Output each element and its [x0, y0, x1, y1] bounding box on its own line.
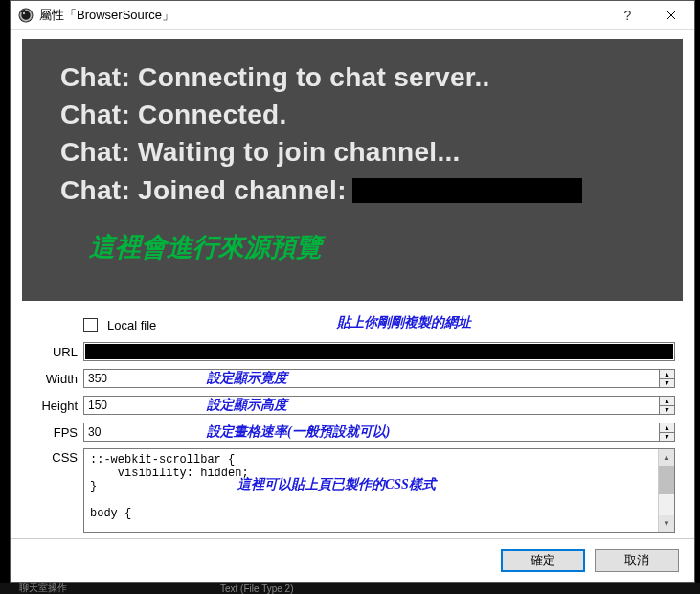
css-scrollbar[interactable]: ▲ ▼ — [658, 449, 674, 532]
fps-label: FPS — [30, 425, 78, 440]
css-row: CSS ::-webkit-scrollbar { visibility: hi… — [30, 448, 675, 533]
fps-row: FPS ▲ ▼ 設定畫格速率(一般預設就可以) — [30, 422, 675, 443]
css-textarea[interactable]: ::-webkit-scrollbar { visibility: hidden… — [83, 448, 675, 533]
height-step-down[interactable]: ▼ — [659, 405, 675, 416]
css-label: CSS — [30, 448, 78, 465]
preview-chat-line: Chat: Connected. — [60, 96, 654, 133]
source-preview-area: Chat: Connecting to chat server.. Chat: … — [22, 39, 683, 301]
dialog-title: 屬性「BrowserSource」 — [39, 7, 174, 24]
url-row: URL — [30, 341, 675, 362]
scroll-down-icon[interactable]: ▼ — [659, 515, 674, 532]
height-row: Height ▲ ▼ 設定顯示高度 — [30, 395, 675, 416]
width-step-down[interactable]: ▼ — [659, 378, 675, 389]
width-input[interactable] — [83, 369, 659, 388]
parent-window-statusbar: 聊天室操作 Text (File Type 2) — [0, 583, 700, 594]
behind-item: Text (File Type 2) — [220, 583, 294, 594]
properties-dialog: 屬性「BrowserSource」 ? Chat: Connecting to … — [10, 0, 695, 583]
titlebar: 屬性「BrowserSource」 ? — [11, 1, 694, 30]
width-label: Width — [30, 372, 78, 386]
dialog-button-row: 確定 取消 — [11, 538, 694, 582]
annotation-fps: 設定畫格速率(一般預設就可以) — [207, 423, 390, 441]
scroll-thumb[interactable] — [659, 466, 674, 494]
annotation-height: 設定顯示高度 — [207, 397, 287, 414]
preview-chat-line: Chat: Connecting to chat server.. — [60, 58, 654, 96]
properties-form: Local file 貼上你剛剛複製的網址 URL Width ▲ ▼ — [22, 308, 683, 538]
fps-step-down[interactable]: ▼ — [659, 432, 675, 443]
behind-item: 聊天室操作 — [19, 582, 67, 594]
height-label: Height — [30, 399, 78, 413]
redacted-channel-name — [352, 178, 582, 203]
cancel-button[interactable]: 取消 — [595, 549, 679, 572]
local-file-label: Local file — [107, 318, 156, 332]
scroll-up-icon[interactable]: ▲ — [659, 449, 674, 466]
annotation-css: 這裡可以貼上頁已製作的CSS樣式 — [237, 476, 436, 493]
redacted-url — [85, 344, 673, 359]
obs-icon — [18, 8, 34, 23]
height-step-up[interactable]: ▲ — [659, 396, 675, 405]
fps-step-up[interactable]: ▲ — [659, 423, 675, 432]
url-label: URL — [30, 345, 78, 359]
preview-chat-line: Chat: Joined channel: — [60, 171, 654, 209]
height-input[interactable] — [83, 396, 659, 415]
help-button[interactable]: ? — [606, 2, 649, 29]
ok-button[interactable]: 確定 — [501, 549, 585, 572]
width-row: Width ▲ ▼ 設定顯示寛度 — [30, 368, 675, 389]
local-file-row: Local file 貼上你剛剛複製的網址 — [83, 314, 675, 335]
local-file-checkbox[interactable] — [83, 318, 98, 332]
annotation-width: 設定顯示寛度 — [207, 370, 287, 387]
annotation-preview: 這裡會進行來源預覽 — [89, 230, 654, 264]
width-step-up[interactable]: ▲ — [659, 369, 675, 378]
preview-chat-line: Chat: Waiting to join channel... — [60, 133, 654, 171]
close-button[interactable] — [649, 2, 692, 29]
annotation-url: 貼上你剛剛複製的網址 — [337, 314, 471, 331]
svg-point-2 — [23, 11, 25, 13]
